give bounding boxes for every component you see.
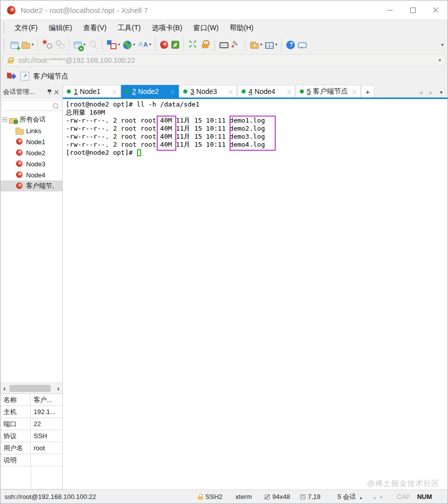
dropdown-arrow-icon[interactable] [260,42,262,47]
session-tab[interactable]: 2 Node2 [121,85,179,97]
maximize-button[interactable] [401,1,424,20]
tile-layout-icon[interactable] [107,40,117,49]
session-tab[interactable]: 5 客户端节点 [296,85,361,97]
terminal-size-icon [265,494,270,499]
scroll-right-icon[interactable] [54,384,62,393]
dropdown-arrow-icon[interactable] [118,42,120,47]
resize-grip-icon[interactable] [439,494,443,499]
address-bar: ssh://root:******@192.168.100.100:22 [1,53,447,67]
status-connection-url: ssh://root@192.168.100.100:22 [5,493,96,500]
menu-item[interactable]: 编辑(E) [43,22,78,35]
search-icon [52,103,59,109]
dropdown-arrow-icon[interactable] [32,42,34,47]
menu-item[interactable]: 文件(F) [9,22,43,35]
dropdown-arrow-icon[interactable] [133,42,135,47]
scroll-up-icon[interactable] [373,493,377,500]
split-window-icon[interactable] [265,42,274,49]
connected-dot-icon [183,89,187,93]
menu-item[interactable]: 选项卡(B) [146,22,188,35]
tree-item[interactable]: Node4 [1,169,62,180]
bookmark-flag-icon[interactable] [7,72,17,80]
new-tab-button[interactable] [361,85,374,97]
tab-scroll-left-icon[interactable] [419,87,422,96]
session-panel-header: 会话管理... [1,85,63,99]
tab-list-dropdown-icon[interactable] [440,87,442,96]
tree-item[interactable]: 客户端节, [1,180,62,191]
minimize-icon [387,10,393,11]
session-properties-icon[interactable] [74,42,82,48]
session-tab[interactable]: 4 Node4 [238,85,295,97]
bookmark-item[interactable]: 客户端节点 [33,72,68,81]
find-icon[interactable] [88,40,98,49]
address-field[interactable]: ssh://root:******@192.168.100.100:22 [3,54,445,66]
address-url[interactable]: ssh://root:******@192.168.100.100:22 [18,56,435,64]
tree-item[interactable]: Node2 [1,147,62,158]
tree-item[interactable]: 所有会话 [1,114,62,125]
close-button[interactable] [424,1,447,20]
property-value: SSH [31,432,62,440]
tab-close-icon[interactable] [112,89,117,94]
scroll-left-icon[interactable] [1,384,9,393]
terminal-prompt-line: [root@node2 opt]# [66,149,447,157]
virtual-keyboard-icon[interactable] [219,42,229,48]
connected-dot-icon [125,89,129,93]
bookmark-link-icon[interactable] [21,72,29,80]
tree-collapse-icon[interactable] [3,118,7,122]
connected-dot-icon [67,89,71,93]
tab-row: 会话管理... 1 Node1 2 Node2 [1,85,447,99]
scroll-down-icon[interactable] [377,493,384,500]
pin-panel-icon[interactable] [47,89,52,95]
session-tab[interactable]: 3 Node3 [179,85,237,97]
terminal-area[interactable]: [root@node2 opt]# ll -h /data/sde1总用量 16… [63,99,447,489]
xftp-transfer-icon[interactable] [171,41,179,49]
minimize-button[interactable] [378,1,401,20]
reconnect-icon[interactable] [55,40,65,49]
terminal-line: -rw-r--r--. 2 root root 40M 11月 15 10:11… [66,133,447,141]
tab-scroll-right-icon[interactable] [429,87,433,96]
session-properties-table: 名称 客户... 主机 192.1... 端口 22 协议 [1,393,62,489]
open-session-icon[interactable] [22,43,30,49]
dropdown-arrow-icon[interactable] [275,42,277,47]
scrollbar-thumb[interactable] [10,385,51,392]
highlighter-icon[interactable] [232,40,241,49]
address-dropdown-icon[interactable] [438,58,441,63]
font-icon[interactable] [138,40,148,49]
toolbar-overflow-icon[interactable] [441,42,443,47]
terminal-line: -rw-r--r--. 2 root root 40M 11月 15 10:11… [66,117,447,125]
property-row: 主机 192.1... [1,406,62,418]
status-session-count[interactable]: 5 会话 [338,492,363,501]
fullscreen-icon[interactable] [188,40,198,49]
tree-item-icon [16,138,24,145]
feedback-icon[interactable] [298,42,307,48]
tree-item[interactable]: Node1 [1,136,62,147]
tab-close-icon[interactable] [170,89,175,94]
property-key: 端口 [1,418,31,430]
connected-dot-icon [300,89,304,93]
menu-item[interactable]: 查看(V) [78,22,113,35]
status-terminal-type: xterm [236,493,252,500]
lock-screen-icon[interactable] [201,40,210,50]
disconnect-icon[interactable] [43,40,52,49]
close-panel-icon[interactable] [54,90,59,94]
xagent-shell-icon[interactable] [160,41,168,49]
new-session-icon[interactable] [11,42,19,49]
tree-item[interactable]: Links [1,125,62,136]
num-lock-indicator: NUM [417,493,432,500]
session-search-input[interactable] [2,100,61,111]
property-row: 名称 客户... [1,394,62,406]
menu-item[interactable]: 工具(T) [112,22,146,35]
tab-close-icon[interactable] [287,89,291,94]
help-icon[interactable] [286,41,295,49]
tab-close-icon[interactable] [229,89,233,94]
window-title: Node2 - root@localhost:/opt - Xshell 7 [21,6,378,15]
menu-item[interactable]: 窗口(W) [188,22,225,35]
dropdown-arrow-icon[interactable] [83,42,85,47]
encoding-globe-icon[interactable] [123,41,132,49]
session-tab[interactable]: 1 Node1 [63,85,121,97]
sidebar-horizontal-scrollbar[interactable] [1,382,62,393]
dropdown-arrow-icon[interactable] [149,42,151,47]
tab-close-icon[interactable] [352,89,357,94]
menu-item[interactable]: 帮助(H) [224,22,259,35]
new-file-transfer-icon[interactable] [250,43,259,49]
tree-item[interactable]: Node3 [1,158,62,169]
